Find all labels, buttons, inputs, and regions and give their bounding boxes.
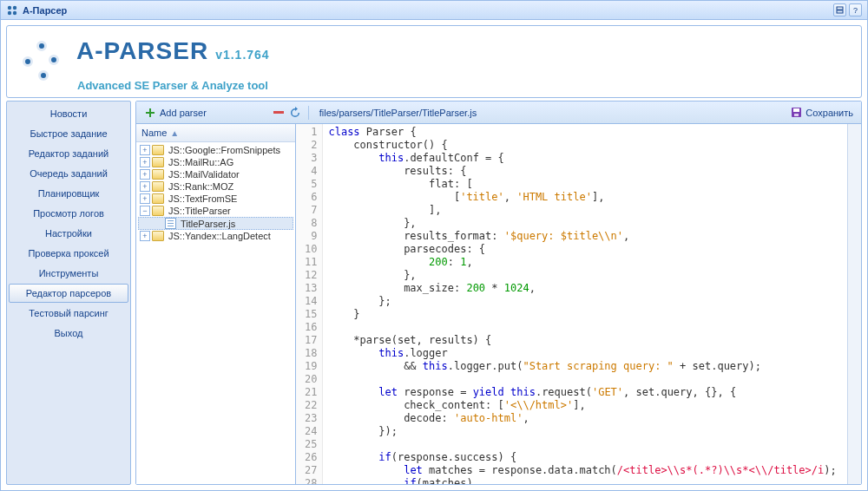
file-path: files/parsers/TitleParser/TitleParser.js xyxy=(316,108,781,118)
sidebar-item-1[interactable]: Быстрое задание xyxy=(9,124,128,143)
expand-icon[interactable]: + xyxy=(140,169,150,180)
sidebar-item-6[interactable]: Настройки xyxy=(9,224,128,243)
logo-text: A-PARSER xyxy=(76,39,208,63)
sidebar-item-2[interactable]: Редактор заданий xyxy=(9,144,128,163)
svg-point-2 xyxy=(8,10,11,14)
refresh-icon[interactable] xyxy=(289,107,301,119)
expand-icon[interactable]: + xyxy=(140,193,150,204)
window-title: А-Парсер xyxy=(23,5,67,16)
sidebar-item-5[interactable]: Просмотр логов xyxy=(9,204,128,223)
svg-rect-4 xyxy=(837,10,843,13)
folder-icon xyxy=(152,181,164,192)
svg-rect-7 xyxy=(273,111,284,114)
tree-file[interactable]: TitleParser.js xyxy=(138,217,293,230)
file-icon xyxy=(165,218,176,229)
toolbar: Add parser files/parsers/TitleParser/Tit… xyxy=(136,101,861,124)
expand-icon[interactable]: + xyxy=(140,231,150,241)
file-tree: Name ▲ +JS::Google::FromSnippets+JS::Mai… xyxy=(136,124,296,484)
app-window: А-Парсер ? A-PARSER v1.1.764 Advanced SE… xyxy=(0,0,868,491)
sort-asc-icon: ▲ xyxy=(170,128,179,138)
sidebar-item-11[interactable]: Выход xyxy=(9,324,128,343)
tree-folder[interactable]: +JS::Yandex::LangDetect xyxy=(138,230,293,242)
tree-folder[interactable]: +JS::Rank::MOZ xyxy=(138,180,293,193)
sidebar-item-3[interactable]: Очередь заданий xyxy=(9,164,128,183)
svg-rect-9 xyxy=(793,108,799,112)
app-icon xyxy=(6,4,18,16)
folder-icon xyxy=(152,157,164,167)
svg-point-3 xyxy=(13,10,16,14)
sidebar-item-4[interactable]: Планировщик xyxy=(9,184,128,203)
titlebar: А-Парсер ? xyxy=(1,1,867,20)
folder-icon xyxy=(152,145,164,155)
tree-folder[interactable]: +JS::MailValidator xyxy=(138,168,293,180)
sidebar-item-10[interactable]: Тестовый парсинг xyxy=(9,304,128,323)
plus-icon xyxy=(144,107,156,119)
svg-rect-5 xyxy=(837,7,843,10)
svg-point-1 xyxy=(13,5,16,9)
collapse-icon[interactable]: − xyxy=(140,206,150,216)
sidebar-item-9[interactable]: Редактор парсеров xyxy=(9,284,128,303)
version-text: v1.1.764 xyxy=(215,43,270,67)
svg-point-0 xyxy=(8,5,11,9)
tree-body: +JS::Google::FromSnippets+JS::MailRu::AG… xyxy=(136,142,295,484)
expand-icon[interactable]: + xyxy=(140,157,150,167)
main-panel: Add parser files/parsers/TitleParser/Tit… xyxy=(135,101,862,485)
tree-folder[interactable]: +JS::MailRu::AG xyxy=(138,156,293,168)
svg-text:?: ? xyxy=(853,6,858,14)
folder-icon xyxy=(152,231,164,241)
expand-icon[interactable]: + xyxy=(140,181,150,192)
minus-icon[interactable] xyxy=(273,111,284,115)
tree-folder[interactable]: −JS::TitleParser xyxy=(138,205,293,217)
sidebar-item-7[interactable]: Проверка проксей xyxy=(9,244,128,263)
tree-folder[interactable]: +JS::TextFromSE xyxy=(138,193,293,205)
help-button[interactable]: ? xyxy=(849,3,862,16)
folder-icon xyxy=(152,169,164,180)
tree-folder[interactable]: +JS::Google::FromSnippets xyxy=(138,144,293,156)
tree-header[interactable]: Name ▲ xyxy=(136,124,295,142)
expand-icon[interactable]: + xyxy=(140,145,150,155)
expand-button[interactable] xyxy=(833,3,846,16)
add-parser-button[interactable]: Add parser xyxy=(140,105,211,121)
line-gutter: 1234567891011121314151617181920212223242… xyxy=(296,124,323,484)
scrollbar[interactable] xyxy=(847,124,861,484)
folder-icon xyxy=(152,193,164,204)
folder-icon xyxy=(152,206,164,216)
code-area[interactable]: class Parser { constructor() { this.defa… xyxy=(323,124,841,484)
sidebar: НовостиБыстрое заданиеРедактор заданийОч… xyxy=(6,101,131,485)
svg-rect-10 xyxy=(794,114,799,116)
logo-subtitle: Advanced SE Parser & Analyze tool xyxy=(77,79,867,92)
save-icon xyxy=(790,107,802,119)
save-button[interactable]: Сохранить xyxy=(786,105,858,121)
sidebar-item-0[interactable]: Новости xyxy=(9,104,128,123)
code-editor[interactable]: 1234567891011121314151617181920212223242… xyxy=(296,124,847,484)
logo-icon xyxy=(23,39,68,84)
sidebar-item-8[interactable]: Инструменты xyxy=(9,264,128,283)
